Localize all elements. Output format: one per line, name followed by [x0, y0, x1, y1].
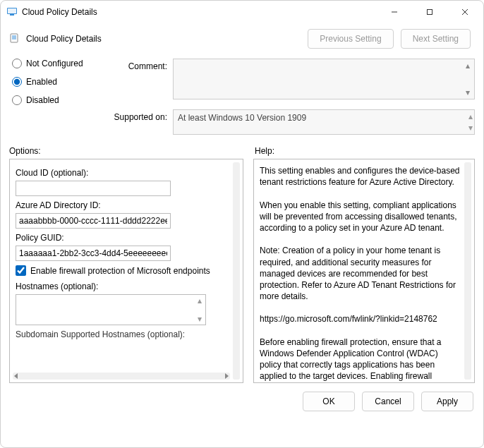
directory-id-input[interactable] — [16, 213, 171, 229]
policy-guid-label: Policy GUID: — [16, 233, 230, 243]
hostnames-input[interactable]: ▴ ▾ — [16, 294, 206, 325]
svg-rect-1 — [8, 8, 16, 13]
svg-rect-7 — [11, 34, 18, 42]
radio-enabled-input[interactable] — [12, 77, 22, 87]
titlebar: Cloud Policy Details — [1, 1, 483, 23]
policy-guid-input[interactable] — [16, 246, 171, 261]
horizontal-scrollbar[interactable] — [13, 373, 230, 380]
maximize-button[interactable] — [414, 2, 445, 22]
hostnames-label: Hostnames (optional): — [16, 281, 230, 291]
svg-rect-2 — [10, 14, 14, 16]
dialog-footer: OK Cancel Apply — [1, 383, 483, 420]
app-icon — [6, 6, 18, 19]
comment-label: Comment: — [111, 59, 167, 99]
vertical-scrollbar[interactable] — [233, 162, 240, 380]
subheader: Cloud Policy Details Previous Setting Ne… — [1, 23, 483, 52]
scroll-up-icon[interactable]: ▴ — [463, 61, 473, 71]
apply-button[interactable]: Apply — [421, 392, 473, 411]
radio-not-configured[interactable]: Not Configured — [12, 59, 97, 68]
supported-on-field: At least Windows 10 Version 1909 ▴ ▾ — [173, 109, 475, 135]
options-heading: Options: — [9, 146, 241, 156]
help-text: This setting enables and configures the … — [260, 165, 461, 383]
cloud-id-label: Cloud ID (optional): — [16, 168, 230, 178]
supported-on-value: At least Windows 10 Version 1909 — [178, 113, 306, 123]
minimize-button[interactable] — [379, 2, 410, 22]
radio-enabled-label: Enabled — [26, 77, 57, 87]
cancel-button[interactable]: Cancel — [362, 392, 414, 411]
vertical-scrollbar[interactable] — [464, 162, 471, 380]
radio-enabled[interactable]: Enabled — [12, 77, 97, 87]
directory-id-label: Azure AD Directory ID: — [16, 200, 230, 210]
window-title: Cloud Policy Details — [22, 7, 375, 17]
radio-disabled-label: Disabled — [26, 95, 59, 105]
options-panel: Cloud ID (optional): Azure AD Directory … — [9, 159, 243, 383]
radio-disabled[interactable]: Disabled — [12, 95, 97, 105]
radio-not-configured-label: Not Configured — [26, 59, 83, 68]
radio-disabled-input[interactable] — [12, 95, 22, 105]
scroll-up-icon[interactable]: ▴ — [195, 296, 204, 305]
scroll-up-icon[interactable]: ▴ — [468, 111, 473, 121]
supported-on-label: Supported on: — [111, 109, 167, 135]
page-title: Cloud Policy Details — [26, 34, 302, 44]
close-button[interactable] — [449, 2, 480, 22]
firewall-checkbox-label: Enable firewall protection of Microsoft … — [30, 266, 210, 276]
subdomain-hostnames-label: Subdomain Supported Hostnames (optional)… — [16, 329, 230, 339]
cloud-id-input[interactable] — [16, 181, 171, 196]
scroll-down-icon[interactable]: ▾ — [468, 123, 473, 133]
help-heading: Help: — [255, 146, 475, 156]
svg-rect-4 — [428, 10, 432, 15]
scroll-down-icon[interactable]: ▾ — [463, 87, 473, 97]
comment-field[interactable]: ▴ ▾ — [173, 59, 475, 99]
policy-icon — [9, 32, 20, 46]
next-setting-button[interactable]: Next Setting — [401, 29, 471, 49]
scroll-down-icon[interactable]: ▾ — [195, 315, 204, 323]
radio-not-configured-input[interactable] — [12, 59, 22, 68]
firewall-checkbox-row[interactable]: Enable firewall protection of Microsoft … — [16, 265, 230, 276]
previous-setting-button[interactable]: Previous Setting — [308, 29, 393, 49]
firewall-checkbox[interactable] — [16, 265, 26, 276]
help-panel: This setting enables and configures the … — [253, 159, 475, 383]
ok-button[interactable]: OK — [303, 392, 355, 411]
